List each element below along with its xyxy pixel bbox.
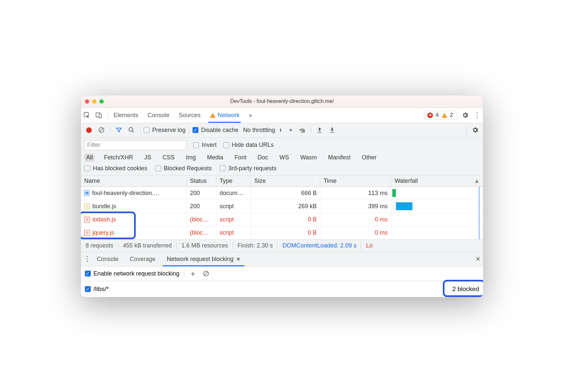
drawer-tabbar: ⋮ Console Coverage Network request block… [81,252,483,267]
svg-point-7 [302,132,302,132]
type-chip-wasm[interactable]: Wasm [298,153,319,162]
table-header: Name Status Type Size Time Waterfall▲ [81,176,483,187]
error-icon: ✕ [427,113,433,118]
window-title: DevTools - foul-heavenly-direction.glitc… [230,98,334,104]
titlebar: DevTools - foul-heavenly-direction.glitc… [81,95,483,108]
svg-line-6 [132,131,134,132]
type-chip-all[interactable]: All [84,153,95,162]
col-time[interactable]: Time [320,176,391,186]
preserve-log-checkbox[interactable]: Preserve log [144,127,186,134]
script-icon: ⟨⟩ [84,217,90,222]
clear-icon[interactable] [96,127,107,133]
tab-network[interactable]: Network [210,108,239,122]
script-icon: ⟨⟩ [84,230,90,236]
type-chip-ws[interactable]: WS [277,153,291,162]
type-chip-font[interactable]: Font [232,153,248,162]
drawer-tab-console[interactable]: Console [93,252,123,266]
drawer-kebab-icon[interactable]: ⋮ [84,255,93,263]
svg-rect-9 [318,132,322,133]
type-chip-manifest[interactable]: Manifest [326,153,353,162]
maximize-icon[interactable] [99,99,104,104]
type-chip-js[interactable]: JS [142,153,153,162]
add-pattern-icon[interactable]: ＋ [189,268,198,279]
type-chip-doc[interactable]: Doc [256,153,270,162]
tab-sources[interactable]: Sources [179,108,200,122]
inspect-icon[interactable] [81,112,93,119]
panel-settings-icon[interactable] [470,126,480,134]
tab-console[interactable]: Console [148,108,169,122]
table-row[interactable]: foul-heavenly-direction.…200docum…666 B1… [81,187,483,200]
throttling-select[interactable]: No throttling ▲▼ ▼ [243,127,293,134]
col-waterfall[interactable]: Waterfall▲ [391,176,483,186]
col-type[interactable]: Type [216,176,251,186]
blocked-count-badge: 2 blocked [452,285,479,293]
pattern-text: /libs/* [93,285,109,293]
col-size[interactable]: Size [251,176,320,186]
type-chip-css[interactable]: CSS [160,153,177,162]
drawer-tab-coverage[interactable]: Coverage [126,252,159,266]
enable-blocking-checkbox[interactable]: ✓Enable network request blocking [85,270,179,277]
caret-down-icon: ▼ [289,128,293,133]
type-chip-fetchxhr[interactable]: Fetch/XHR [102,153,135,162]
close-icon[interactable] [85,99,89,104]
invert-checkbox[interactable]: Invert [193,142,217,148]
network-table: Name Status Type Size Time Waterfall▲ fo… [81,176,483,240]
issue-counts[interactable]: ✕ 4 2 [424,111,457,119]
has-blocked-cookies-checkbox[interactable]: Has blocked cookies [84,165,147,172]
drawer-close-icon[interactable]: ✕ [476,255,480,263]
status-bar: 8 requests 455 kB transferred 1.6 MB res… [81,240,483,252]
third-party-checkbox[interactable]: 3rd-party requests [220,165,276,172]
type-chip-other[interactable]: Other [360,153,379,162]
pattern-row[interactable]: ✓/libs/* 2 blocked [81,281,483,297]
upload-icon[interactable] [314,127,325,133]
sort-asc-icon: ▲ [474,178,480,184]
devtools-window: DevTools - foul-heavenly-direction.glitc… [81,95,483,297]
filter-bar: Filter Invert Hide data URLs AllFetch/XH… [81,138,483,176]
warning-icon [441,113,447,118]
chevron-updown-icon: ▲▼ [279,128,282,132]
device-toggle-icon[interactable] [93,112,105,119]
document-icon [84,190,89,196]
settings-icon[interactable] [459,112,471,119]
hide-data-urls-checkbox[interactable]: Hide data URLs [223,142,274,148]
close-tab-icon[interactable]: ✕ [236,256,240,262]
svg-point-8 [303,131,305,132]
blocked-requests-checkbox[interactable]: Blocked Requests [155,165,212,172]
svg-line-12 [204,272,208,275]
type-chip-img[interactable]: Img [184,153,198,162]
filter-input[interactable]: Filter [84,140,187,150]
tab-elements[interactable]: Elements [114,108,138,122]
disable-cache-checkbox[interactable]: ✓Disable cache [193,127,238,134]
svg-rect-10 [330,132,334,133]
svg-point-5 [129,128,133,132]
blocking-toolbar: ✓Enable network request blocking ＋ [81,267,483,281]
download-icon[interactable] [327,127,337,133]
record-button[interactable] [84,127,94,133]
network-toolbar: Preserve log ✓Disable cache No throttlin… [81,123,483,138]
script-icon: ⟨⟩ [84,204,90,209]
svg-line-4 [100,128,103,132]
filter-icon[interactable] [114,127,124,133]
table-row[interactable]: ⟨⟩bundle.js200script269 kB399 ms [81,200,483,213]
main-tabbar: Elements Console Sources Network » ✕ 4 2… [81,108,483,123]
kebab-menu-icon[interactable]: ⋮ [471,111,483,119]
clear-patterns-icon[interactable] [203,270,209,277]
table-row[interactable]: ⟨⟩lodash.js(bloc…script0 B0 ms [81,213,483,226]
col-name[interactable]: Name [81,176,187,186]
svg-rect-2 [99,114,101,118]
drawer-tab-blocking[interactable]: Network request blocking ✕ [163,252,244,266]
tabs-overflow[interactable]: » [249,108,252,122]
col-status[interactable]: Status [187,176,216,186]
search-icon[interactable] [126,127,137,133]
table-row[interactable]: ⟨⟩jquery.js(bloc…script0 B0 ms [81,226,483,240]
window-controls [85,99,104,104]
warning-icon [210,113,216,118]
type-chip-media[interactable]: Media [205,153,225,162]
minimize-icon[interactable] [92,99,96,104]
network-conditions-icon[interactable] [297,126,307,134]
